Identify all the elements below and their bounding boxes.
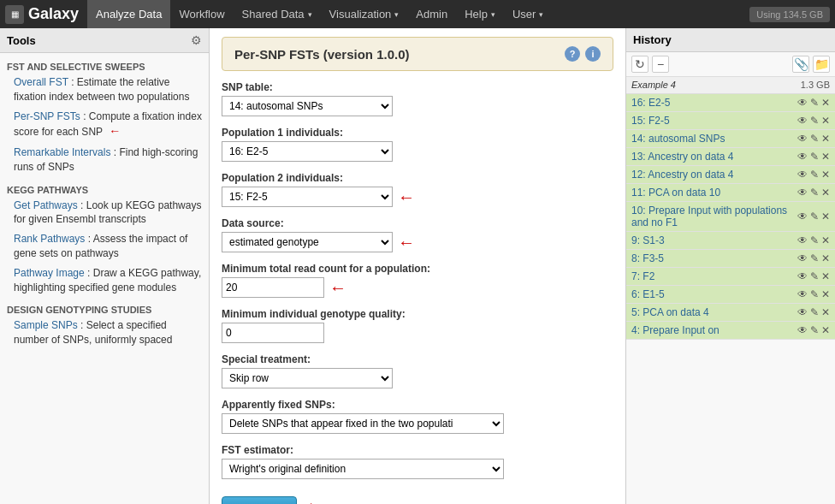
- fixed-snps-row: Delete SNPs that appear fixed in the two…: [222, 413, 613, 434]
- history-item-link[interactable]: 13: Ancestry on data 4: [631, 151, 797, 163]
- left-panel-header: Tools ⚙: [0, 28, 209, 53]
- overall-fst-link[interactable]: Overall FST: [14, 76, 68, 88]
- edit-icon[interactable]: ✎: [810, 169, 819, 181]
- eye-icon[interactable]: 👁: [797, 133, 808, 145]
- history-item-link[interactable]: 15: F2-5: [631, 115, 797, 127]
- rank-pathways-link[interactable]: Rank Pathways: [14, 233, 85, 245]
- min-read-arrow-icon: ←: [329, 278, 346, 298]
- history-item-link[interactable]: 12: Ancestry on data 4: [631, 169, 797, 181]
- history-item-link[interactable]: 14: autosomal SNPs: [631, 133, 797, 145]
- delete-icon[interactable]: ✕: [821, 97, 830, 109]
- edit-icon[interactable]: ✎: [810, 306, 819, 318]
- refresh-icon[interactable]: ↻: [631, 56, 648, 73]
- history-item-link[interactable]: 6: E1-5: [631, 288, 797, 300]
- edit-icon[interactable]: ✎: [810, 288, 819, 300]
- nav-help[interactable]: Help ▾: [456, 0, 504, 28]
- history-name: Example 4: [631, 80, 676, 90]
- pop1-select[interactable]: 16: E2-5: [222, 141, 393, 162]
- delete-icon[interactable]: ✕: [821, 151, 830, 163]
- pop2-select[interactable]: 15: F2-5: [222, 187, 393, 207]
- eye-icon[interactable]: 👁: [797, 151, 808, 163]
- nav-workflow[interactable]: Workflow: [170, 0, 233, 28]
- special-treatment-group: Special treatment: Skip row: [222, 353, 613, 388]
- edit-icon[interactable]: ✎: [810, 97, 819, 109]
- edit-icon[interactable]: ✎: [810, 270, 819, 282]
- eye-icon[interactable]: 👁: [797, 270, 808, 282]
- delete-icon[interactable]: ✕: [821, 252, 830, 264]
- edit-icon[interactable]: ✎: [810, 210, 819, 222]
- min-geno-row: 0: [222, 323, 613, 343]
- nav-analyze-data[interactable]: Analyze Data: [87, 0, 170, 28]
- delete-icon[interactable]: ✕: [821, 187, 830, 199]
- eye-icon[interactable]: 👁: [797, 169, 808, 181]
- nav-user[interactable]: User ▾: [504, 0, 552, 28]
- delete-icon[interactable]: ✕: [821, 133, 830, 145]
- history-item-link[interactable]: 8: F3-5: [631, 252, 797, 264]
- history-item-link[interactable]: 7: F2: [631, 270, 797, 282]
- history-item-link[interactable]: 16: E2-5: [631, 97, 797, 109]
- edit-icon[interactable]: ✎: [810, 151, 819, 163]
- execute-button[interactable]: Execute: [222, 496, 297, 504]
- history-item-link[interactable]: 9: S1-3: [631, 234, 797, 246]
- eye-icon[interactable]: 👁: [797, 115, 808, 127]
- brand: ▦ Galaxy: [5, 5, 79, 24]
- history-item-link[interactable]: 5: PCA on data 4: [631, 306, 797, 318]
- history-item-link[interactable]: 10: Prepare Input with populations and n…: [631, 205, 797, 228]
- eye-icon[interactable]: 👁: [797, 210, 808, 222]
- eye-icon[interactable]: 👁: [797, 234, 808, 246]
- tool-form-title: Per-SNP FSTs (version 1.0.0): [234, 47, 410, 62]
- delete-icon[interactable]: ✕: [821, 169, 830, 181]
- min-read-input[interactable]: 20: [222, 277, 324, 298]
- pop2-label: Population 2 individuals:: [222, 172, 613, 184]
- special-treatment-label: Special treatment:: [222, 353, 613, 365]
- edit-icon[interactable]: ✎: [810, 252, 819, 264]
- special-treatment-select[interactable]: Skip row: [222, 368, 393, 388]
- pop1-row: 16: E2-5: [222, 141, 613, 162]
- delete-icon[interactable]: ✕: [821, 115, 830, 127]
- snp-table-select[interactable]: 14: autosomal SNPs: [222, 96, 393, 116]
- paperclip-icon[interactable]: 📎: [792, 56, 809, 73]
- edit-icon[interactable]: ✎: [810, 187, 819, 199]
- snp-table-row: 14: autosomal SNPs: [222, 96, 613, 116]
- eye-icon[interactable]: 👁: [797, 97, 808, 109]
- nav-shared-data[interactable]: Shared Data ▾: [234, 0, 321, 28]
- remarkable-intervals-link[interactable]: Remarkable Intervals: [14, 146, 110, 158]
- eye-icon[interactable]: 👁: [797, 306, 808, 318]
- get-pathways-link[interactable]: Get Pathways: [14, 199, 78, 211]
- nav-visualization[interactable]: Visualization ▾: [321, 0, 408, 28]
- eye-icon[interactable]: 👁: [797, 187, 808, 199]
- edit-icon[interactable]: ✎: [810, 324, 819, 336]
- delete-icon[interactable]: ✕: [821, 288, 830, 300]
- gear-icon[interactable]: ⚙: [191, 33, 202, 47]
- eye-icon[interactable]: 👁: [797, 324, 808, 336]
- delete-icon[interactable]: ✕: [821, 324, 830, 336]
- history-item-actions: 👁 ✎ ✕: [797, 169, 830, 181]
- data-source-select[interactable]: estimated genotype: [222, 232, 393, 252]
- per-snp-fsts-link[interactable]: Per-SNP FSTs: [14, 110, 80, 122]
- delete-icon[interactable]: ✕: [821, 306, 830, 318]
- edit-icon[interactable]: ✎: [810, 133, 819, 145]
- min-geno-input[interactable]: 0: [222, 323, 324, 343]
- fst-estimator-select[interactable]: Wright's original definition: [222, 459, 504, 479]
- info-icon[interactable]: i: [585, 46, 601, 62]
- history-item-link[interactable]: 11: PCA on data 10: [631, 187, 797, 199]
- folder-icon[interactable]: 📁: [813, 56, 830, 73]
- delete-icon[interactable]: ✕: [821, 270, 830, 282]
- eye-icon[interactable]: 👁: [797, 288, 808, 300]
- nav-admin[interactable]: Admin: [407, 0, 456, 28]
- eye-icon[interactable]: 👁: [797, 252, 808, 264]
- delete-icon[interactable]: ✕: [821, 210, 830, 222]
- question-icon[interactable]: ?: [565, 46, 580, 62]
- pathway-image-link[interactable]: Pathway Image: [14, 267, 85, 279]
- history-item-actions: 👁 ✎ ✕: [797, 115, 830, 127]
- data-source-label: Data source:: [222, 217, 613, 229]
- tool-pathway-image: Pathway Image : Draw a KEGG pathway, hig…: [0, 264, 209, 297]
- sample-snps-link[interactable]: Sample SNPs: [14, 319, 78, 331]
- history-item-link[interactable]: 4: Prepare Input on: [631, 324, 797, 336]
- edit-icon[interactable]: ✎: [810, 115, 819, 127]
- edit-icon[interactable]: ✎: [810, 234, 819, 246]
- fixed-snps-select[interactable]: Delete SNPs that appear fixed in the two…: [222, 413, 504, 434]
- collapse-icon[interactable]: −: [652, 56, 669, 73]
- tool-per-snp-fsts: Per-SNP FSTs : Compute a fixation index …: [0, 108, 209, 142]
- delete-icon[interactable]: ✕: [821, 234, 830, 246]
